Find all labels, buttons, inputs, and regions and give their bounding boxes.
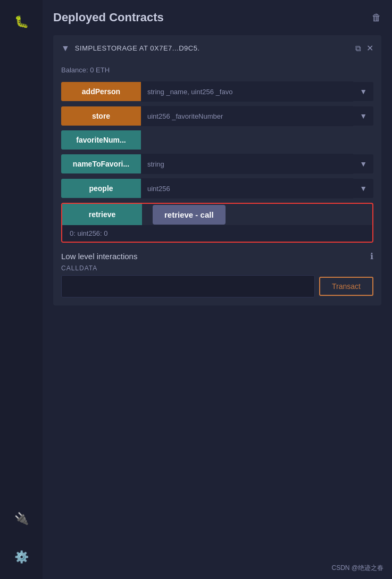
name-to-favori-row: nameToFavori... string ▼ xyxy=(61,154,373,174)
contract-address: SIMPLESTORAGE AT 0X7E7...D9C5. xyxy=(75,44,350,52)
add-person-row: addPerson string _name, uint256 _favo ▼ xyxy=(61,81,373,102)
store-params: uint256 _favoriteNumber xyxy=(141,106,353,126)
low-level-section: Low level interactions ℹ CALLDATA Transa… xyxy=(61,251,373,297)
store-row: store uint256 _favoriteNumber ▼ xyxy=(61,106,373,126)
copy-icon[interactable]: ⧉ xyxy=(355,44,361,53)
bug-icon[interactable]: 🐛 xyxy=(10,11,33,33)
low-level-header: Low level interactions ℹ xyxy=(61,251,373,261)
contract-close-icon[interactable]: ✕ xyxy=(366,43,373,53)
trash-icon[interactable]: 🗑 xyxy=(372,12,381,23)
name-to-favori-params: string xyxy=(141,154,353,174)
info-icon[interactable]: ℹ xyxy=(370,251,373,261)
retrieve-call-button[interactable]: retrieve - call xyxy=(153,205,226,225)
add-person-chevron[interactable]: ▼ xyxy=(353,82,373,101)
store-button[interactable]: store xyxy=(61,106,141,126)
page-title: Deployed Contracts xyxy=(53,11,164,24)
name-to-favori-button[interactable]: nameToFavori... xyxy=(61,154,141,173)
contract-header-row: ▼ SIMPLESTORAGE AT 0X7E7...D9C5. ⧉ ✕ xyxy=(61,43,373,59)
add-person-params: string _name, uint256 _favo xyxy=(141,81,353,102)
retrieve-row: retrieve retrieve - call xyxy=(62,204,372,225)
calldata-row: Transact xyxy=(61,275,373,297)
watermark: CSDN @绝迹之春 xyxy=(331,564,383,573)
people-params: uint256 xyxy=(141,178,353,198)
people-button[interactable]: people xyxy=(61,179,141,198)
contract-collapse-icon[interactable]: ▼ xyxy=(61,44,70,53)
people-chevron[interactable]: ▼ xyxy=(353,179,373,198)
page-header: Deployed Contracts 🗑 xyxy=(53,11,381,24)
favorite-num-button[interactable]: favoriteNum... xyxy=(61,130,141,150)
retrieve-result: 0: uint256: 0 xyxy=(62,225,372,242)
people-row: people uint256 ▼ xyxy=(61,178,373,198)
calldata-label: CALLDATA xyxy=(61,264,373,272)
name-to-favori-chevron[interactable]: ▼ xyxy=(353,154,373,173)
add-person-button[interactable]: addPerson xyxy=(61,82,141,101)
main-content: Deployed Contracts 🗑 ▼ SIMPLESTORAGE AT … xyxy=(43,0,392,579)
retrieve-button[interactable]: retrieve xyxy=(62,204,142,225)
settings-icon[interactable]: ⚙️ xyxy=(10,546,33,568)
balance-display: Balance: 0 ETH xyxy=(61,66,373,74)
contract-card: ▼ SIMPLESTORAGE AT 0X7E7...D9C5. ⧉ ✕ Bal… xyxy=(53,35,381,305)
transact-button[interactable]: Transact xyxy=(319,277,373,296)
retrieve-section: retrieve retrieve - call 0: uint256: 0 xyxy=(61,203,373,243)
favorite-num-row: favoriteNum... xyxy=(61,130,373,150)
sidebar: 🐛 🔌 ⚙️ xyxy=(0,0,43,579)
plugin-icon[interactable]: 🔌 xyxy=(10,508,33,530)
store-chevron[interactable]: ▼ xyxy=(353,106,373,126)
calldata-input[interactable] xyxy=(61,275,315,297)
low-level-title: Low level interactions xyxy=(61,252,137,261)
